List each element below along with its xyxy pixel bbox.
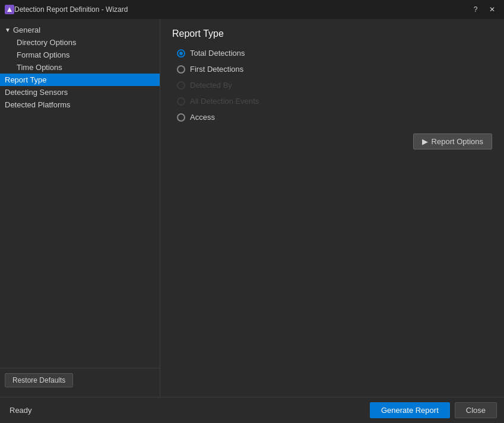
sidebar-label-detected-platforms: Detected Platforms <box>5 100 71 109</box>
content-area: Report Type Total Detections First Detec… <box>160 19 504 397</box>
sidebar-item-detected-platforms[interactable]: Detected Platforms <box>0 98 160 111</box>
status-label: Ready <box>9 406 365 415</box>
sidebar-item-detecting-sensors[interactable]: Detecting Sensors <box>0 86 160 98</box>
page-title: Report Type <box>172 28 492 39</box>
radio-total-detections[interactable] <box>177 49 185 58</box>
radio-label-total-detections: Total Detections <box>190 49 245 58</box>
window-controls: ? ✕ <box>468 4 499 15</box>
sidebar-label-general: General <box>13 26 40 34</box>
radio-item-detected-by: Detected By <box>177 81 492 90</box>
sidebar-tree: ▼ General Directory Options Format Optio… <box>0 24 160 368</box>
radio-all-detection-events <box>177 97 185 106</box>
radio-label-first-detections: First Detections <box>190 65 243 74</box>
radio-label-all-detection-events: All Detection Events <box>190 97 259 106</box>
radio-item-all-detection-events: All Detection Events <box>177 97 492 106</box>
svg-marker-0 <box>7 7 12 12</box>
radio-first-detections[interactable] <box>177 65 185 74</box>
report-options-label: Report Options <box>432 137 483 146</box>
radio-detected-by <box>177 81 185 90</box>
radio-item-first-detections[interactable]: First Detections <box>177 65 492 74</box>
sidebar-item-format-options[interactable]: Format Options <box>0 49 160 61</box>
window-title: Detection Report Definition - Wizard <box>14 5 468 14</box>
expand-icon-general: ▼ <box>5 27 11 33</box>
titlebar: Detection Report Definition - Wizard ? ✕ <box>0 0 504 19</box>
report-options-row: ▶ Report Options <box>172 133 492 150</box>
radio-access[interactable] <box>177 113 185 122</box>
sidebar-item-general[interactable]: ▼ General <box>0 24 160 36</box>
sidebar-label-report-type: Report Type <box>5 75 47 84</box>
report-options-button[interactable]: ▶ Report Options <box>413 133 492 150</box>
restore-defaults-button[interactable]: Restore Defaults <box>5 373 73 387</box>
sidebar-label-directory-options: Directory Options <box>17 38 76 47</box>
radio-item-access[interactable]: Access <box>177 113 492 122</box>
sidebar-item-directory-options[interactable]: Directory Options <box>0 36 160 49</box>
report-type-radio-group: Total Detections First Detections Detect… <box>177 49 492 122</box>
help-button[interactable]: ? <box>468 4 483 15</box>
generate-report-button[interactable]: Generate Report <box>370 402 450 418</box>
sidebar-bottom: Restore Defaults <box>0 368 160 392</box>
footer: Ready Generate Report Close <box>0 397 504 423</box>
main-container: ▼ General Directory Options Format Optio… <box>0 19 504 397</box>
close-button[interactable]: Close <box>455 402 497 418</box>
sidebar-label-time-options: Time Options <box>17 63 62 72</box>
radio-label-detected-by: Detected By <box>190 81 232 90</box>
app-icon <box>5 5 14 14</box>
radio-label-access: Access <box>190 113 215 122</box>
report-options-arrow: ▶ <box>422 137 428 146</box>
sidebar: ▼ General Directory Options Format Optio… <box>0 19 160 397</box>
close-window-button[interactable]: ✕ <box>485 4 499 15</box>
sidebar-item-time-options[interactable]: Time Options <box>0 61 160 74</box>
sidebar-item-report-type[interactable]: Report Type <box>0 74 160 86</box>
radio-item-total-detections[interactable]: Total Detections <box>177 49 492 58</box>
sidebar-label-detecting-sensors: Detecting Sensors <box>5 88 68 97</box>
sidebar-label-format-options: Format Options <box>17 50 70 59</box>
